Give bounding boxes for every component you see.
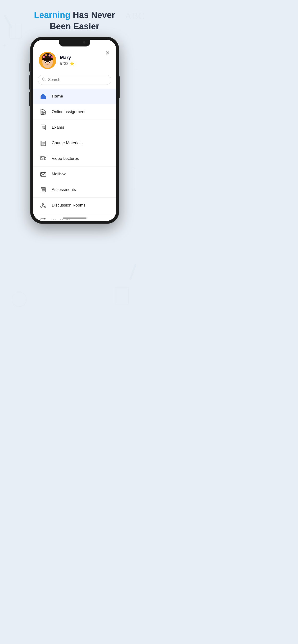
svg-text:÷: ÷: [134, 66, 138, 73]
home-icon: [39, 92, 48, 100]
svg-line-68: [42, 204, 43, 206]
menu-label-exams: Exams: [52, 125, 64, 130]
svg-point-20: [49, 54, 50, 56]
assessments-icon: [39, 186, 48, 194]
menu-label-course-materials: Course Materials: [52, 141, 83, 146]
exams-icon: [39, 123, 48, 132]
svg-rect-10: [132, 168, 135, 189]
svg-point-65: [43, 203, 44, 204]
menu-item-discussion-rooms[interactable]: Discussion Rooms: [33, 198, 116, 213]
svg-point-8: [12, 292, 26, 307]
menu-label-video-lectures: Video Lectures: [52, 156, 79, 161]
menu-label-home: Home: [52, 94, 63, 99]
svg-rect-31: [43, 97, 44, 99]
svg-line-58: [44, 175, 46, 176]
search-input[interactable]: [48, 78, 107, 82]
menu-item-exams[interactable]: Exams: [33, 120, 116, 135]
svg-point-18: [46, 54, 47, 56]
menu-label-mailbox: Mailbox: [52, 172, 66, 176]
search-icon: [42, 78, 46, 82]
menu-item-online-assignment[interactable]: Online assignment: [33, 104, 116, 120]
avatar: [39, 52, 56, 69]
svg-rect-71: [41, 219, 46, 220]
menu-item-mailbox[interactable]: Mailbox: [33, 166, 116, 182]
header-line2: Been Easier: [50, 21, 99, 31]
menu-list: Home: [33, 89, 116, 220]
menu-item-assessments[interactable]: Assessments: [33, 182, 116, 198]
user-name: Mary: [60, 55, 74, 60]
menu-item-course-materials[interactable]: Course Materials: [33, 135, 116, 151]
menu-label-discussion-rooms: Discussion Rooms: [52, 203, 86, 208]
user-info: Mary 5733 ⭐: [60, 55, 74, 66]
svg-point-54: [42, 157, 43, 158]
phone-button-mute: [29, 63, 30, 72]
svg-text:★: ★: [120, 42, 126, 49]
svg-rect-1: [4, 15, 13, 28]
svg-point-25: [45, 62, 46, 63]
mailbox-icon: [39, 170, 48, 178]
svg-line-28: [45, 80, 46, 81]
svg-point-26: [49, 62, 50, 63]
svg-line-57: [41, 175, 42, 176]
svg-line-69: [43, 204, 45, 206]
search-bar[interactable]: [38, 75, 111, 85]
user-points: 5733 ⭐: [60, 61, 74, 66]
svg-point-22: [52, 56, 53, 58]
header-highlight: Learning: [34, 10, 70, 20]
svg-rect-59: [41, 187, 45, 192]
phone-notch: [59, 40, 90, 46]
menu-label-assessments: Assessments: [52, 187, 76, 192]
phone-frame: ✕: [30, 37, 119, 224]
svg-rect-6: [129, 264, 136, 280]
svg-point-16: [43, 56, 44, 58]
menu-item-home[interactable]: Home: [33, 89, 116, 104]
svg-rect-2: [10, 24, 22, 38]
online-assignment-icon: [39, 108, 48, 116]
course-materials-icon: [39, 139, 48, 147]
page-header: Learning Has Never Been Easier: [34, 0, 115, 32]
discussion-rooms-icon: [39, 201, 48, 210]
phone-screen: ✕: [33, 40, 116, 221]
header-rest: Has Never: [70, 10, 115, 20]
phone-button-vol-down: [29, 92, 30, 106]
menu-item-weekly-plan[interactable]: Weekly Plan: [33, 213, 116, 220]
weekly-plan-icon: [39, 216, 48, 220]
svg-point-27: [42, 78, 45, 80]
svg-text:ABC: ABC: [125, 10, 144, 21]
svg-text:+: +: [3, 42, 7, 49]
menu-label-weekly-plan: Weekly Plan: [52, 218, 74, 220]
menu-item-video-lectures[interactable]: Video Lectures: [33, 151, 116, 166]
home-bar: [63, 218, 87, 218]
menu-label-online-assignment: Online assignment: [52, 110, 86, 114]
svg-rect-14: [42, 58, 53, 60]
video-lectures-icon: [39, 154, 48, 163]
phone-button-vol-up: [29, 75, 30, 90]
svg-rect-33: [42, 109, 43, 110]
close-button[interactable]: ✕: [104, 49, 111, 57]
phone-button-power: [119, 76, 120, 98]
svg-rect-7: [115, 288, 128, 304]
